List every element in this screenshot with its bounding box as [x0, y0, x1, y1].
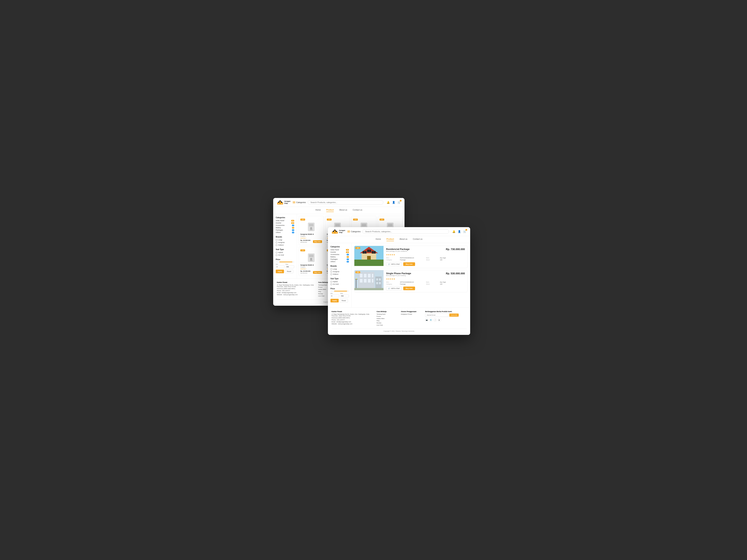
front-address: Jl. Raya Tambakrejo No.91, Kraton, Kec. … — [332, 313, 373, 317]
svg-point-74 — [356, 278, 357, 279]
front-nav-home[interactable]: Home — [376, 238, 381, 241]
front-min-label: Min — [331, 293, 339, 294]
front-cat-others[interactable]: Others3 — [331, 261, 349, 263]
notification-icon[interactable]: 🔔 — [386, 201, 390, 204]
back-product-2-badge: -35% — [327, 219, 332, 220]
front-cat-packages[interactable]: Packages2 — [331, 258, 349, 260]
front-product-1-name: Residencial Package — [386, 248, 410, 250]
front-review[interactable]: Review — [377, 322, 397, 324]
back-search-input[interactable] — [308, 200, 383, 205]
front-categories-btn[interactable]: Categories — [347, 231, 361, 233]
back-apply-btn[interactable]: Apply — [276, 270, 284, 273]
back-brand-solaruv[interactable]: Solaruv — [276, 244, 294, 246]
back-brand-sungrow[interactable]: Sungrow — [276, 242, 294, 243]
front-subtype-hybrid[interactable]: Hybrid — [331, 281, 349, 283]
user-icon[interactable]: 👤 — [392, 201, 395, 204]
front-p2-add-cart-btn[interactable]: 🛒 Add to chart — [386, 286, 402, 290]
front-price-title: Price — [331, 288, 349, 290]
back-brand-longi[interactable]: Longi — [276, 239, 294, 241]
front-p2-buy-now-btn[interactable]: Buy now — [403, 287, 415, 290]
back-cat-accessories[interactable]: Accessories5 — [276, 224, 294, 226]
front-logo[interactable]: Juragan Atap — [332, 229, 345, 234]
back-cat-inverter[interactable]: Inverter25 — [276, 222, 294, 224]
front-cart-icon[interactable]: 🛒 1 — [463, 230, 466, 233]
back-cat-others[interactable]: Others3 — [276, 232, 294, 233]
front-product-2-name: Single Phase Package — [386, 272, 411, 275]
front-cat-accessories[interactable]: Accessories5 — [331, 254, 349, 256]
back-logo[interactable]: Juragan Atap — [277, 200, 290, 205]
front-price-range-fill — [334, 291, 347, 292]
front-brand-sungrow[interactable]: Sungrow — [331, 271, 349, 272]
front-tentang-kami[interactable]: Tentang Kami — [377, 313, 397, 315]
front-notification-icon[interactable]: 🔔 — [452, 230, 456, 233]
front-max-input[interactable] — [340, 295, 349, 297]
back-product-5-buy-btn[interactable]: Buy now — [313, 271, 322, 274]
front-live-chat[interactable]: Live Chat — [377, 324, 397, 326]
back-max-label: Max — [286, 263, 294, 265]
front-subscribe-btn[interactable]: Subscribe — [449, 314, 459, 317]
front-nav-contact[interactable]: Contact us — [413, 238, 422, 241]
front-product-2-badge: -26% — [356, 271, 360, 273]
front-cat-inverter[interactable]: Inverter25 — [331, 251, 349, 253]
front-p1-buy-now-btn[interactable]: Buy now — [403, 262, 415, 266]
front-kharisma: Kharisma (0859-0365-5557) — [332, 317, 373, 319]
front-nav-product[interactable]: Product — [386, 238, 394, 241]
front-subtype-ongrid[interactable]: On Grid — [331, 283, 349, 285]
front-p1-add-cart-btn[interactable]: 🛒 Add to chart — [386, 262, 402, 266]
front-price-range-bar[interactable] — [331, 291, 349, 292]
front-product-1-actions: 🛒 Add to chart Buy now — [386, 262, 465, 266]
back-cat-packages[interactable]: Packages2 — [276, 229, 294, 231]
svg-point-23 — [310, 258, 312, 260]
front-kebijakan[interactable]: Kebijakan Privasi — [401, 313, 421, 315]
back-subtype-hybrid[interactable]: Hybrid — [276, 251, 294, 254]
back-nav-about[interactable]: About us — [339, 209, 347, 212]
back-subtype-ongrid[interactable]: On Grid — [276, 254, 294, 256]
back-categories-btn[interactable]: Categories — [293, 201, 306, 204]
back-nav-product[interactable]: Product — [326, 209, 334, 212]
front-cara-belanja-title: Cara Belanja — [377, 311, 397, 313]
svg-rect-24 — [310, 260, 313, 261]
front-cat-battery[interactable]: Battery7 — [331, 256, 349, 258]
back-cat-battery[interactable]: Battery7 — [276, 227, 294, 229]
back-reset-btn[interactable]: Reset — [285, 270, 293, 273]
back-cat-solar-panel[interactable]: Solar Panel10 — [276, 220, 294, 221]
back-min-input[interactable] — [276, 265, 284, 268]
front-aturan-title: Aturan Penggunaan — [401, 311, 421, 313]
front-product-1-price: Rp. 730.000.000 — [446, 248, 465, 251]
back-product-5-badge: -36% — [300, 249, 305, 251]
front-instagram-icon[interactable]: 📷 — [425, 318, 429, 322]
front-min-input[interactable] — [331, 295, 339, 297]
back-product-1-stars: ★★★★☆ — [300, 237, 322, 239]
front-apply-btn[interactable]: Apply — [331, 299, 339, 302]
back-product-5-footer: Rp. 30.000.000 Rp. 500.000 Buy now — [300, 270, 322, 274]
front-youtube-icon[interactable]: ▶ — [438, 318, 441, 322]
front-cat-solar-panel[interactable]: Solar Panel10 — [331, 249, 349, 251]
front-facebook-icon[interactable]: f — [434, 318, 437, 322]
back-nav-home[interactable]: Home — [315, 209, 321, 212]
front-indeks-merk[interactable]: Indeks Merk — [377, 318, 397, 319]
front-brand-solaruv[interactable]: Solaruv — [331, 273, 349, 275]
front-nav-about[interactable]: About us — [400, 238, 407, 241]
front-product-1-header: Residencial Package Best package for you… — [386, 248, 465, 253]
front-products-list: -36% Residencial Package Best package fo… — [352, 243, 470, 308]
back-nav-contact[interactable]: Contact us — [353, 209, 362, 212]
back-price-range-bar[interactable] — [276, 262, 294, 262]
front-faq[interactable]: FAQ — [377, 320, 397, 322]
svg-rect-8 — [310, 230, 313, 230]
front-subscribe-input[interactable] — [425, 313, 449, 317]
front-search-input[interactable] — [362, 229, 449, 234]
cart-icon[interactable]: 🛒 1 — [397, 201, 401, 204]
front-product-2-actions: 🛒 Add to chart Buy now — [386, 286, 465, 290]
back-max-input[interactable] — [286, 265, 294, 268]
back-categories-section: Categories Solar Panel10 Inverter25 Acce… — [276, 217, 294, 233]
front-sidebar: Categories Solar Panel10 Inverter25 Acce… — [328, 243, 352, 308]
svg-rect-2 — [279, 201, 281, 203]
svg-rect-4 — [281, 203, 282, 204]
front-twitter-icon[interactable]: 🐦 — [429, 318, 433, 322]
front-user-icon[interactable]: 👤 — [457, 230, 461, 233]
front-reset-btn[interactable]: Reset — [340, 299, 348, 302]
front-promo[interactable]: Promo — [377, 316, 397, 317]
back-product-1-buy-btn[interactable]: Buy now — [313, 240, 322, 243]
front-footer-links2: Aturan Penggunaan Kebijakan Privasi — [401, 311, 421, 326]
front-brand-longi[interactable]: Longi — [331, 268, 349, 270]
